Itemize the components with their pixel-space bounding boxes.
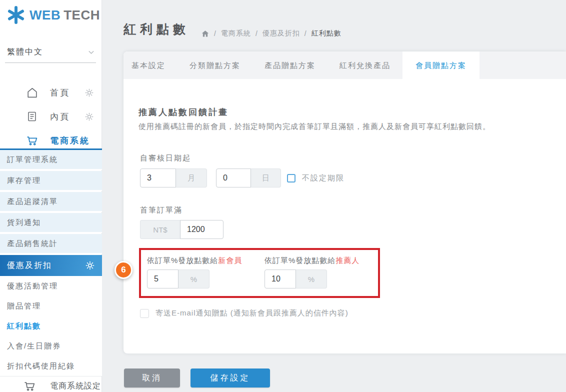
sidebar-item-label: 優惠及折扣 bbox=[7, 260, 52, 271]
day-unit-addon: 日 bbox=[251, 168, 281, 188]
label-target-referrer: 推薦人 bbox=[336, 256, 360, 264]
home-icon[interactable] bbox=[201, 30, 210, 38]
sidebar-item-sales-stats[interactable]: 產品銷售統計 bbox=[0, 234, 102, 254]
label-target-new-member: 新會員 bbox=[218, 256, 242, 264]
sidebar-item-promotions-discounts[interactable]: 優惠及折扣 bbox=[0, 255, 102, 276]
gear-icon[interactable] bbox=[85, 260, 95, 270]
language-value: 繁體中文 bbox=[7, 47, 43, 58]
month-input-group: 月 bbox=[140, 168, 207, 188]
section-description: 使用推薦碼註冊的新會員，於指定時間內完成首筆訂單且滿額，推薦人及新會員可享紅利點… bbox=[138, 122, 490, 132]
sidebar-item-discount-code-history[interactable]: 折扣代碼使用紀錄 bbox=[0, 356, 102, 376]
gear-icon[interactable] bbox=[84, 112, 94, 122]
app-logo: WEBTECH bbox=[6, 4, 100, 26]
email-notify-row: 寄送E-mail通知贈點 (通知新會員跟推薦人的信件內容) bbox=[140, 308, 348, 318]
breadcrumb-separator: / bbox=[256, 30, 258, 38]
breadcrumb-separator: / bbox=[214, 30, 216, 38]
home-icon bbox=[26, 86, 39, 99]
cancel-button[interactable]: 取消 bbox=[124, 368, 180, 388]
gear-icon[interactable] bbox=[84, 88, 94, 98]
page-title: 紅利點數 bbox=[124, 21, 190, 38]
chevron-down-icon bbox=[88, 48, 95, 56]
new-member-percent-field: 依訂單%發放點數給新會員 % bbox=[147, 256, 242, 288]
breadcrumb-item[interactable]: 優惠及折扣 bbox=[262, 29, 300, 38]
sidebar-item-ecommerce-settings[interactable]: 電商系統設定 bbox=[0, 376, 102, 392]
section-title: 推薦人點數回饋計畫 bbox=[138, 106, 228, 118]
currency-addon: NT$ bbox=[140, 220, 180, 239]
sidebar-item-label: 內頁 bbox=[50, 111, 70, 122]
breadcrumb-item[interactable]: 電商系統 bbox=[221, 29, 251, 38]
sidebar-item-membership-birthday-voucher[interactable]: 入會/生日贈券 bbox=[0, 336, 102, 356]
new-member-percent-group: % bbox=[147, 270, 242, 288]
sidebar-item-order-management[interactable]: 訂單管理系統 bbox=[0, 150, 102, 170]
tab-category-points-plan[interactable]: 分類贈點方案 bbox=[178, 52, 252, 79]
save-button[interactable]: 儲存設定 bbox=[190, 368, 270, 388]
first-order-row: NT$ bbox=[140, 220, 224, 239]
day-input[interactable] bbox=[216, 168, 251, 188]
audit-date-row: 月 日 不設定期限 bbox=[140, 168, 344, 188]
highlight-box: 6 依訂單%發放點數給新會員 % 依訂單%發放點數給推薦人 % bbox=[139, 248, 380, 298]
tab-points-redeem-products[interactable]: 紅利兌換產品 bbox=[328, 52, 402, 79]
new-member-percent-label: 依訂單%發放點數給新會員 bbox=[147, 256, 242, 266]
no-deadline-checkbox[interactable] bbox=[287, 174, 296, 182]
label-prefix: 依訂單%發放點數給 bbox=[264, 256, 336, 264]
label-prefix: 依訂單%發放點數給 bbox=[147, 256, 218, 264]
sidebar-item-inventory[interactable]: 庫存管理 bbox=[0, 171, 102, 191]
sidebar-item-label: 電商系統設定 bbox=[50, 381, 101, 392]
content-card: 基本設定 分類贈點方案 產品贈點方案 紅利兌換產品 會員贈點方案 推薦人點數回饋… bbox=[124, 52, 566, 354]
sidebar-item-label: 首頁 bbox=[50, 87, 70, 98]
tab-bar: 基本設定 分類贈點方案 產品贈點方案 紅利兌換產品 會員贈點方案 bbox=[124, 52, 566, 79]
sidebar-item-ecommerce[interactable]: 電商系統 bbox=[0, 131, 102, 150]
email-notify-label[interactable]: 寄送E-mail通知贈點 (通知新會員跟推薦人的信件內容) bbox=[156, 308, 348, 318]
referrer-percent-field: 依訂單%發放點數給推薦人 % bbox=[264, 256, 360, 288]
percent-addon: % bbox=[178, 270, 210, 288]
brand-primary: WEB bbox=[30, 8, 60, 22]
tab-member-points-plan[interactable]: 會員贈點方案 bbox=[402, 52, 480, 79]
sidebar-item-bonus-points[interactable]: 紅利點數 bbox=[0, 316, 102, 336]
sidebar-item-label: 電商系統 bbox=[50, 135, 90, 146]
page-icon bbox=[26, 110, 39, 123]
email-notify-checkbox[interactable] bbox=[140, 309, 149, 318]
breadcrumb-separator: / bbox=[304, 30, 307, 38]
asterisk-logo-icon bbox=[6, 4, 26, 26]
sidebar-item-arrival-notice[interactable]: 貨到通知 bbox=[0, 213, 102, 233]
day-input-group: 日 bbox=[216, 168, 281, 188]
no-deadline-label[interactable]: 不設定期限 bbox=[302, 174, 344, 183]
referrer-percent-input[interactable] bbox=[264, 270, 296, 288]
language-selector[interactable]: 繁體中文 bbox=[7, 47, 95, 58]
new-member-percent-input[interactable] bbox=[147, 270, 178, 288]
breadcrumb: / 電商系統 / 優惠及折扣 / 紅利點數 bbox=[201, 29, 342, 38]
sidebar-item-promo-activity[interactable]: 優惠活動管理 bbox=[0, 276, 102, 296]
cart-icon bbox=[26, 134, 39, 147]
brand-secondary: TECH bbox=[64, 8, 100, 22]
sidebar-item-gift-management[interactable]: 贈品管理 bbox=[0, 296, 102, 316]
first-order-label: 首筆訂單滿 bbox=[140, 206, 182, 215]
percent-addon: % bbox=[296, 270, 327, 288]
breadcrumb-item-current: 紅利點數 bbox=[312, 29, 342, 38]
referrer-percent-group: % bbox=[264, 270, 360, 288]
brand-text: WEBTECH bbox=[30, 8, 100, 23]
sidebar-item-home[interactable]: 首頁 bbox=[0, 83, 102, 102]
audit-date-label: 自審核日期起 bbox=[140, 154, 191, 163]
tab-basic-settings[interactable]: 基本設定 bbox=[124, 52, 178, 79]
tab-product-points-plan[interactable]: 產品贈點方案 bbox=[252, 52, 328, 79]
step-badge: 6 bbox=[114, 261, 132, 279]
amount-input[interactable] bbox=[180, 220, 224, 239]
language-divider bbox=[5, 62, 96, 63]
month-unit-addon: 月 bbox=[176, 168, 207, 188]
month-input[interactable] bbox=[140, 168, 176, 188]
cart-icon bbox=[24, 380, 36, 392]
amount-input-group: NT$ bbox=[140, 220, 224, 239]
sidebar: WEBTECH 繁體中文 首頁 內頁 電商系統 訂單管理系統 庫存管理 bbox=[0, 0, 102, 392]
sidebar-item-product-tracking[interactable]: 產品追蹤清單 bbox=[0, 192, 102, 212]
referrer-percent-label: 依訂單%發放點數給推薦人 bbox=[264, 256, 360, 266]
sidebar-item-inner-pages[interactable]: 內頁 bbox=[0, 107, 102, 126]
